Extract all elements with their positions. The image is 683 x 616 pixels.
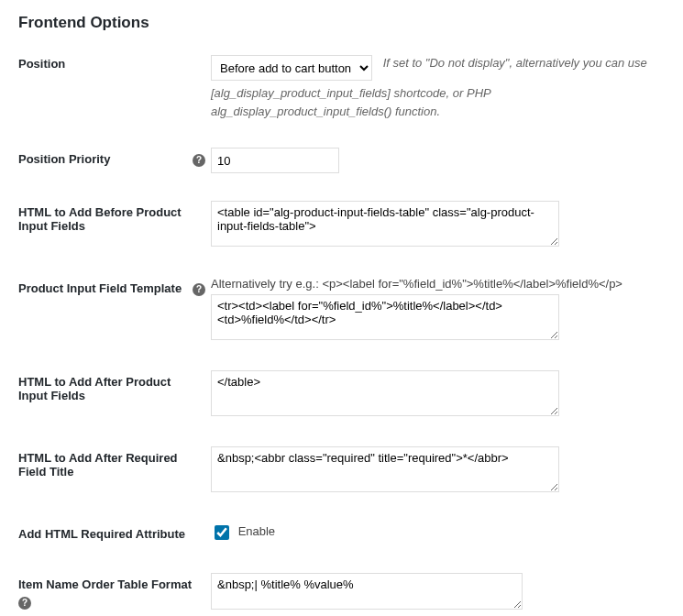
section-heading: Frontend Options — [18, 14, 665, 32]
html-before-textarea[interactable] — [211, 201, 559, 247]
position-desc-block: [alg_display_product_input_fields] short… — [211, 84, 655, 120]
position-desc-inline: If set to "Do not display", alternativel… — [383, 56, 647, 70]
label-required-attr: Add HTML Required Attribute — [18, 509, 211, 559]
settings-table: Position Before add to cart button If se… — [18, 55, 665, 616]
html-after-textarea[interactable] — [211, 370, 559, 416]
label-position: Position — [18, 55, 211, 134]
enable-checkbox-label[interactable]: Enable — [211, 524, 275, 538]
item-format-textarea[interactable] — [211, 573, 523, 610]
label-required-title: HTML to Add After Required Field Title — [18, 433, 211, 509]
required-attr-checkbox[interactable] — [215, 525, 229, 540]
label-html-after: HTML to Add After Product Input Fields — [18, 357, 211, 433]
help-icon[interactable]: ? — [193, 283, 205, 296]
template-textarea[interactable] — [211, 294, 559, 340]
help-icon[interactable]: ? — [193, 154, 205, 167]
position-select[interactable]: Before add to cart button — [211, 55, 372, 81]
priority-input[interactable] — [211, 148, 339, 173]
label-template: Product Input Field Template — [18, 281, 182, 295]
label-item-format: Item Name Order Table Format — [18, 578, 192, 591]
label-priority: Position Priority — [18, 152, 110, 166]
required-title-textarea[interactable] — [211, 446, 559, 492]
label-html-before: HTML to Add Before Product Input Fields — [18, 187, 211, 263]
template-desc-above: Alternatively try e.g.: <p><label for="%… — [211, 277, 655, 291]
checkbox-text: Enable — [238, 524, 275, 538]
help-icon[interactable]: ? — [18, 597, 31, 610]
